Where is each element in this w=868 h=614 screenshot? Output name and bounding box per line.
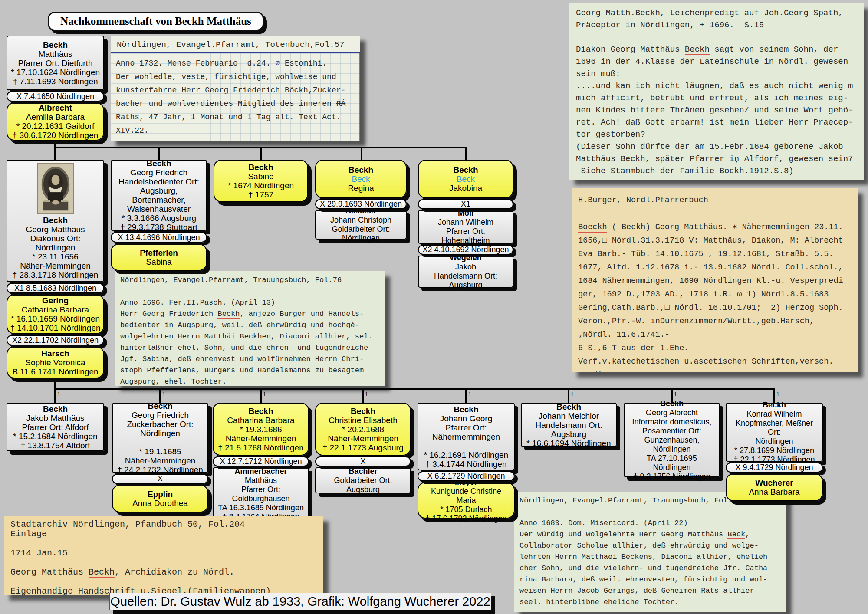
person-card-albrecht-aemilia: Albrecht Aemilia Barbara * 20.12.1631 Ga… xyxy=(7,102,104,141)
credits-caption: Quellen: Dr. Gustav Wulz ab 1933, Grafik… xyxy=(109,593,491,610)
person-card-beckh-sabine: Beckh Sabine * 1674 Nördlingen † 1757 xyxy=(214,160,308,202)
surname: Beckh xyxy=(351,407,375,416)
connector-bus-gen3 xyxy=(54,388,775,390)
drop-number-label: 1 xyxy=(571,391,574,397)
surname: Beckh xyxy=(146,159,171,168)
drop-number-label: 1 xyxy=(365,391,368,397)
surname: Beckh xyxy=(349,165,373,174)
person-details: Goldarbeiter Ort: Augsburg xyxy=(319,476,408,494)
doc-heading: Nördlingen, Evangel.Pfarramt, Totenbuch,… xyxy=(111,36,360,53)
surname: Gering xyxy=(42,296,69,305)
doc-trauungsbuch-7-excerpt: Nördlingen, Evangel.Pfarramt, Trauungsbu… xyxy=(514,492,786,612)
person-details: Jakob Handelsmann Ort: Augsburg xyxy=(421,263,510,290)
person-details: Catharina Barbara * 19.3.1686 Näher-Memm… xyxy=(218,416,304,452)
surname-variant: Beck xyxy=(457,174,475,184)
person-card-beckh-jakob-matthaeus: Beckh Jakob Matthäus Pfarrer Ort: Alfdor… xyxy=(7,403,104,451)
marriage-pill-gf: X 13.4.1696 Nördlingen xyxy=(111,232,207,243)
connector-drop xyxy=(568,388,569,404)
person-details: Kunigunde Christine Maria * 1705 Durlach… xyxy=(421,487,511,523)
marriage-pill-regina: X 29.9.1693 Nördlingen xyxy=(315,199,407,209)
surname: Beckh xyxy=(660,399,684,408)
genealogy-chart: Nachkommenschaft von Beckh Matthäus 1 1 … xyxy=(0,0,868,614)
person-card-beckh-konrad-wilhelm: Beckh Konrad Wilhelm Knopfmacher, Meßner… xyxy=(726,403,823,462)
person-details: Regina xyxy=(348,184,374,193)
surname: Beckh xyxy=(148,401,172,410)
person-details: Johann Georg Pfarrer Ort: Nähermemmingen… xyxy=(421,414,511,469)
surname: Beckh xyxy=(454,405,478,414)
person-details: Konrad Wilhelm Knopfmacher, Meßner Ort: … xyxy=(729,410,819,464)
person-details: Johann Christoph Goldarbeiter Ort: Nördl… xyxy=(319,216,403,243)
person-details: Georg Albrecht Informator domesticus, Po… xyxy=(627,408,717,481)
portrait-image xyxy=(35,163,76,214)
person-card-epplin-anna: Epplin Anna Dorothea xyxy=(112,485,208,512)
connector-drop xyxy=(260,147,262,161)
marriage-pill-gm-2: X2 22.1.1702 Nördlingen xyxy=(7,335,104,345)
marriage-pill-jakobina-1: X1 xyxy=(418,199,513,209)
person-card-baechler: Bächler Goldarbeiter Ort: Augsburg xyxy=(315,467,411,493)
surname: Wucherer xyxy=(755,478,793,487)
person-card-beckh-christine: Beckh Christine Elisabeth * 20.2.1688 Nä… xyxy=(315,403,411,456)
marriage-pill-gf2: X xyxy=(112,474,208,484)
person-card-gering-catharina: Gering Catharina Barbara * 16.10.1659 Nö… xyxy=(7,294,104,334)
person-details: Aemilia Barbara * 20.12.1631 Gaildorf † … xyxy=(13,112,99,140)
surname: Beckh xyxy=(248,407,273,416)
drop-number-label: 1 xyxy=(468,391,471,397)
surname: Bächler xyxy=(349,467,377,476)
person-details: Anna Barbara xyxy=(749,487,799,496)
surname: Harsch xyxy=(41,349,69,358)
person-card-beckh-jakobina: Beckh Beck Jakobina xyxy=(418,160,513,198)
person-card-beckh-georg-albrecht: Beckh Georg Albrecht Informator domestic… xyxy=(624,403,720,477)
drop-number-label: 1 xyxy=(162,391,165,397)
drop-number-label: 1 xyxy=(776,391,779,397)
person-details: Anna Dorothea xyxy=(132,499,188,508)
person-card-pfefferlen-sabina: Pfefferlen Sabina xyxy=(111,244,207,271)
marriage-pill-konrad: X 9.4.1729 Nördlingen xyxy=(726,463,823,473)
person-card-beckh-johann-melchior: Beckh Johann Melchior Handelsmann Ort: A… xyxy=(521,403,617,447)
person-details: Sabina xyxy=(146,257,171,266)
doc-body: Anno 1732. Mense Februario d.24. ∅ Estom… xyxy=(111,53,360,141)
marriage-pill-gm-1: X1 8.5.1683 Nördlingen xyxy=(7,283,104,293)
surname: Moll xyxy=(458,209,473,218)
person-card-moll-johann-wilhelm: Moll Johann Wilhelm Pfarrer Ort: Hohenal… xyxy=(418,210,513,244)
connector-drop xyxy=(54,147,56,161)
connector-drop xyxy=(362,388,364,404)
person-card-beckh-georg-friedrich-jr: Beckh Georg Friedrich Zuckerbacher Ort: … xyxy=(112,403,208,473)
surname: Epplin xyxy=(148,489,173,499)
marriage-pill-johann-georg: X 6.2.1729 Nördlingen xyxy=(418,471,515,481)
surname: Beckh xyxy=(453,165,478,174)
person-details: Johann Wilhelm Pfarrer Ort: Hohenaltheim xyxy=(421,218,510,245)
drop-number-label: 1 xyxy=(57,391,60,397)
person-details: Jakobina xyxy=(449,184,482,193)
person-details: Christine Elisabeth * 20.2.1688 Näher-Me… xyxy=(323,416,404,452)
connector-drop xyxy=(260,388,262,404)
person-card-wucherer-anna: Wucherer Anna Barbara xyxy=(726,473,823,501)
person-details: Sophie Veronica B 11.6.1741 Nördlingen xyxy=(12,358,98,376)
person-details: Sabine * 1674 Nördlingen † 1757 xyxy=(228,172,294,199)
person-card-beckh-catharina: Beckh Catharina Barbara * 19.3.1686 Nähe… xyxy=(213,403,309,456)
surname: Beckh xyxy=(248,163,273,172)
person-card-harsch-sophie: Harsch Sophie Veronica B 11.6.1741 Nördl… xyxy=(7,346,104,378)
person-card-beckh-georg-matthaeus: Beckh Georg Matthäus Diakonus Ort: Nördl… xyxy=(7,160,104,282)
doc-leichenpredigt-excerpt: Georg Matth.Beckh, Leichenpredigt auf Jo… xyxy=(569,3,864,180)
surname: Ammerbacher xyxy=(234,467,287,476)
surname: Beckh xyxy=(43,216,68,225)
person-card-ammerbacher-matthaeus: Ammerbacher Matthäus Pfarrer Ort: Goldbu… xyxy=(213,467,309,521)
doc-stadtarchiv-excerpt: Stadtarchiv Nördlingen, Pfandbuch 50, Fo… xyxy=(4,516,323,595)
surname: Pfefferlen xyxy=(140,248,178,257)
person-details: Johann Melchior Handelsmann Ort: Augsbur… xyxy=(524,411,613,448)
person-card-beckh-georg-friedrich: Beckh Georg Friedrich Handelsbedienter O… xyxy=(111,160,207,231)
surname: Beckh xyxy=(763,401,786,410)
person-details: Matthäus Pfarrer Ort: Goldburghausen TA … xyxy=(216,476,306,522)
marriage-pill-catharina: X 12.7.1712 Nördlingen xyxy=(213,456,309,466)
connector-drop xyxy=(465,147,467,161)
page-title: Nachkommenschaft von Beckh Matthäus xyxy=(48,12,264,31)
connector-drop xyxy=(54,388,56,404)
connector-drop xyxy=(465,388,467,404)
marriage-pill-jakobina-2: X2 4.10.1692 Nördlingen xyxy=(418,245,513,255)
doc-totenbuch-excerpt: Nördlingen, Evangel.Pfarramt, Totenbuch,… xyxy=(111,36,360,141)
person-details: Catharina Barbara * 16.10.1659 Nördlinge… xyxy=(10,305,100,332)
surname: Albrecht xyxy=(39,103,72,112)
surname: Beckh xyxy=(556,402,581,411)
doc-trauungsbuch-76-excerpt: Nördlingen, Evangel.Pfarramt, Trauungsbu… xyxy=(115,271,385,386)
person-details: Jakob Matthäus Pfarrer Ort: Alfdorf * 15… xyxy=(13,414,97,450)
